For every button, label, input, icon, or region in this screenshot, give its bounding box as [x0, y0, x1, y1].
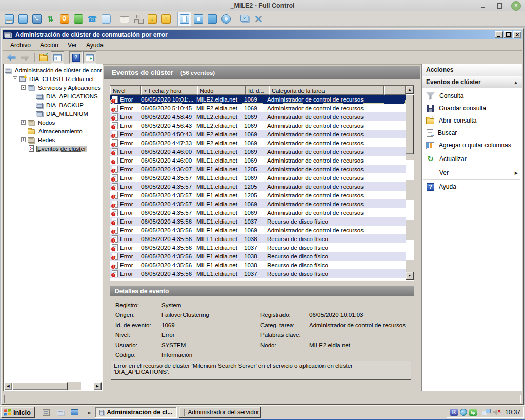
mmc-close-button[interactable] [513, 31, 521, 38]
vnc-r-icon[interactable] [450, 409, 458, 416]
action-ayuda[interactable]: Ayuda [422, 181, 522, 193]
view-scale-button[interactable] [219, 12, 233, 26]
event-row[interactable]: Error06/05/2020 4:58:49MILE2.eldia.net10… [110, 112, 406, 121]
mmc-minimize-button[interactable] [495, 31, 503, 38]
viewer-restore-button[interactable] [495, 1, 504, 10]
event-row[interactable]: Error06/05/2020 4:35:57MILE1.eldia.net10… [110, 199, 406, 208]
transfer-arrows-button[interactable] [44, 12, 57, 26]
event-row[interactable]: Error06/05/2020 4:56:43MILE2.eldia.net10… [110, 121, 406, 130]
column-header-fecha-y-hora[interactable]: ▼Fecha y hora [141, 86, 197, 95]
terminal-button[interactable] [30, 12, 44, 26]
viewer-titlebar[interactable]: _MILE2 - Full Control × [0, 0, 525, 12]
message-button[interactable] [99, 12, 113, 26]
event-row[interactable]: Error06/05/2020 4:35:56MILE1.eldia.net10… [110, 243, 406, 252]
tree-item-nodos[interactable]: +Nodos [4, 118, 102, 127]
remote-control-button[interactable] [2, 12, 16, 26]
action-ver[interactable]: Ver▶ [422, 167, 522, 179]
column-header-nodo[interactable]: Nodo [197, 86, 246, 95]
column-header-id-d-[interactable]: Id. d... [246, 86, 269, 95]
network-nodes-button[interactable] [131, 12, 145, 26]
view-normal-button[interactable] [177, 12, 191, 26]
column-header-categor-a-de-la-tarea[interactable]: Categoría de la tarea [269, 86, 384, 95]
tree-expander-icon[interactable]: + [21, 120, 26, 125]
action-pane-toggle-button[interactable] [83, 51, 96, 64]
collapse-arrow-icon[interactable]: ▲ [514, 80, 518, 85]
phone-button[interactable] [85, 12, 99, 26]
mmc-maximize-button[interactable] [504, 31, 512, 38]
menu-item-ver[interactable]: Ver [63, 41, 82, 50]
console-tree-toggle-button[interactable] [51, 51, 64, 64]
event-row[interactable]: Error06/05/2020 4:35:56MILE1.eldia.net10… [110, 261, 406, 269]
event-row[interactable]: Error06/05/2020 4:35:56MILE1.eldia.net10… [110, 269, 406, 278]
tree-item-almacenamiento[interactable]: Almacenamiento [4, 127, 102, 135]
taskbar-button-server-manager[interactable]: Administrador del servidor [179, 407, 261, 418]
event-row[interactable]: Error06/05/2020 4:35:56MILE1.eldia.net10… [110, 217, 406, 226]
action-guardar-consulta[interactable]: Guardar consulta [422, 102, 522, 114]
show-desktop-button[interactable] [70, 407, 80, 417]
server-manager-button[interactable] [41, 407, 51, 417]
network-status-icon[interactable] [482, 409, 491, 416]
scroll-thumb[interactable] [406, 95, 414, 154]
tree-item-dia-aplications[interactable]: DIA_APLICATIONS [4, 92, 102, 101]
event-row[interactable]: Error06/05/2020 4:36:07MILE1.eldia.net12… [110, 165, 406, 173]
event-row[interactable]: Error06/05/2020 4:35:56MILE1.eldia.net10… [110, 234, 406, 243]
tree-item-dia-cluster-eldia-net[interactable]: -DIA_CLUSTER.eldia.net [4, 74, 102, 83]
event-row[interactable]: Error06/05/2020 4:35:57MILE1.eldia.net10… [110, 208, 406, 217]
taskbar-button-cluster-admin[interactable]: Administración de cl... [95, 407, 177, 418]
menu-item-ayuda[interactable]: Ayuda [82, 41, 108, 50]
quick-launch-overflow-chevron[interactable]: » [87, 409, 91, 416]
event-row[interactable]: Error06/05/2020 10:01:...MILE2.eldia.net… [110, 95, 406, 104]
event-row[interactable]: Error06/05/2020 4:35:56MILE1.eldia.net10… [110, 226, 406, 234]
events-vertical-scrollbar[interactable]: ▲ ▼ [406, 86, 414, 280]
event-row[interactable]: Error06/05/2020 4:35:56MILE1.eldia.net10… [110, 252, 406, 261]
tree-horizontal-scrollbar[interactable]: ◀ ▶ [4, 382, 102, 390]
action-abrir-consulta[interactable]: Abrir consulta [422, 114, 522, 127]
actions-section-header[interactable]: Eventos de clúster ▲ [422, 76, 522, 88]
scroll-thumb[interactable] [12, 382, 68, 390]
event-row[interactable]: Error06/05/2020 4:50:43MILE2.eldia.net10… [110, 130, 406, 138]
column-header-nivel[interactable]: Nivel [110, 86, 141, 95]
help-toolbar-button[interactable] [69, 51, 83, 64]
viewer-minimize-button[interactable] [478, 1, 488, 10]
view-fullscreen-button[interactable] [191, 12, 205, 26]
view-solid-button[interactable] [205, 12, 219, 26]
tree-expander-icon[interactable]: - [21, 85, 26, 90]
chat-button[interactable] [71, 12, 85, 26]
power-button[interactable] [57, 12, 71, 26]
tree-item-eventos-de-cl-ster[interactable]: Eventos de clúster [4, 144, 102, 153]
event-row[interactable]: Error06/05/2020 4:47:33MILE2.eldia.net10… [110, 138, 406, 147]
network-activity-icon[interactable] [460, 409, 467, 416]
event-row[interactable]: Error06/05/2020 4:35:57MILE1.eldia.net12… [110, 191, 406, 199]
action-agregar-quitar-columnas[interactable]: Agregar o quitar columnas [422, 139, 522, 151]
event-row[interactable]: Error06/05/2020 4:35:57MILE1.eldia.net10… [110, 173, 406, 182]
audio-muted-icon[interactable] [493, 409, 501, 416]
action-actualizar[interactable]: Actualizar [422, 153, 522, 165]
event-row[interactable]: Error06/05/2020 4:46:00MILE1.eldia.net10… [110, 147, 406, 156]
file-download-button[interactable] [145, 12, 159, 26]
screen-button[interactable] [16, 12, 30, 26]
tree-expander-icon[interactable]: + [21, 137, 26, 142]
export-button[interactable] [37, 51, 50, 64]
event-row[interactable]: Error06/05/2020 4:35:57MILE1.eldia.net12… [110, 182, 406, 191]
cluster-admin-button[interactable] [55, 407, 66, 417]
tree-item-administraci-n-de-cl-ster-de-conmu[interactable]: Administración de clúster de conmu [4, 66, 102, 74]
scroll-down-button[interactable]: ▼ [406, 272, 414, 280]
event-row[interactable]: Error06/05/2020 5:10:45MILE2.eldia.net10… [110, 104, 406, 112]
viewer-close-button[interactable]: × [511, 1, 521, 11]
clock[interactable]: 10:37 [505, 409, 520, 416]
event-row[interactable]: Error06/05/2020 4:46:00MILE1.eldia.net10… [110, 156, 406, 165]
forward-button[interactable] [18, 51, 32, 64]
install-agent-button[interactable] [117, 12, 131, 26]
scroll-track[interactable] [12, 382, 93, 390]
scroll-right-button[interactable]: ▶ [93, 382, 102, 390]
tree-item-servicios-y-aplicaciones[interactable]: -Servicios y Aplicaciones [4, 83, 102, 92]
action-consulta[interactable]: Consulta [422, 90, 522, 102]
multi-monitor-button[interactable] [237, 12, 251, 26]
tree-item-dia-milenium[interactable]: DIA_MILENIUM [4, 109, 102, 118]
mmc-titlebar[interactable]: Administración de clúster de conmutación… [3, 30, 522, 39]
tree-item-dia-backup[interactable]: DIA_BACKUP [4, 101, 102, 109]
tree-item-redes[interactable]: +Redes [4, 135, 102, 144]
hp-agent-icon[interactable] [469, 409, 477, 416]
tree-expander-icon[interactable]: - [13, 76, 17, 81]
settings-tools-button[interactable] [251, 12, 265, 26]
